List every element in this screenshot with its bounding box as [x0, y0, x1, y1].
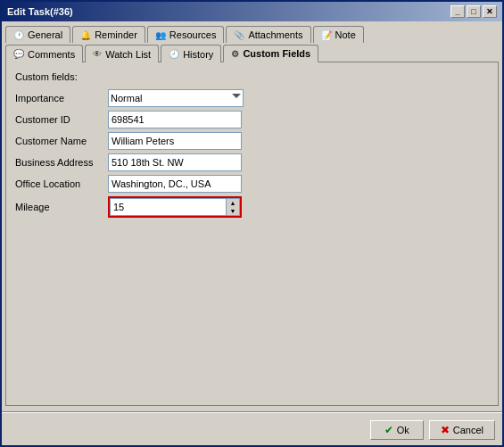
ok-label: Ok	[397, 425, 409, 435]
history-icon: 🕘	[169, 49, 179, 59]
content-area: Custom fields: Importance Normal High Lo…	[5, 62, 499, 406]
window-title: Edit Task(#36)	[7, 6, 73, 17]
maximize-button[interactable]: □	[467, 5, 481, 18]
tab-reminder-label: Reminder	[95, 29, 137, 40]
watchlist-icon: 👁	[93, 49, 102, 59]
customer-name-input[interactable]	[108, 132, 242, 150]
mileage-spinner: ▲ ▼	[226, 198, 240, 216]
cancel-button[interactable]: ✖ Cancel	[429, 420, 495, 440]
importance-label: Importance	[15, 93, 104, 103]
mileage-input[interactable]	[110, 198, 226, 216]
tab-note-label: Note	[335, 29, 356, 40]
main-window: Edit Task(#36) _ □ ✕ 🕐 General 🔔 Reminde…	[0, 0, 504, 447]
tab-resources-label: Resources	[169, 29, 217, 40]
reminder-icon: 🔔	[80, 30, 91, 40]
importance-row: Importance Normal High Low	[15, 89, 489, 107]
tab-customfields[interactable]: ⚙ Custom Fields	[223, 45, 318, 62]
importance-select[interactable]: Normal High Low	[108, 89, 244, 107]
tab-watchlist[interactable]: 👁 Watch List	[85, 45, 159, 62]
ok-button[interactable]: ✔ Ok	[370, 420, 424, 440]
tab-attachments[interactable]: 📎 Attachments	[226, 26, 310, 43]
separator	[2, 411, 502, 413]
title-bar-controls: _ □ ✕	[450, 5, 497, 18]
general-icon: 🕐	[13, 30, 24, 40]
resources-icon: 👥	[155, 30, 166, 40]
title-bar-text: Edit Task(#36)	[7, 6, 73, 17]
section-label: Custom fields:	[15, 71, 489, 82]
mileage-row: Mileage ▲ ▼	[15, 196, 489, 218]
business-address-input[interactable]	[108, 153, 242, 171]
customfields-icon: ⚙	[231, 49, 239, 59]
tab-watchlist-label: Watch List	[105, 49, 151, 60]
mileage-label: Mileage	[15, 202, 104, 212]
tab-history-label: History	[183, 49, 213, 60]
tab-reminder[interactable]: 🔔 Reminder	[72, 26, 145, 43]
office-location-label: Office Location	[15, 178, 104, 189]
tab-comments[interactable]: 💬 Comments	[5, 45, 83, 62]
mileage-up-button[interactable]: ▲	[227, 199, 239, 207]
minimize-button[interactable]: _	[450, 5, 465, 18]
tab-attachments-label: Attachments	[248, 29, 302, 40]
tab-comments-label: Comments	[28, 49, 75, 60]
comments-icon: 💬	[13, 49, 24, 59]
tab-customfields-label: Custom Fields	[243, 48, 310, 59]
mileage-down-button[interactable]: ▼	[227, 207, 239, 215]
x-icon: ✖	[441, 424, 450, 436]
close-button[interactable]: ✕	[483, 5, 497, 18]
mileage-wrapper: ▲ ▼	[108, 196, 242, 218]
customer-id-input[interactable]	[108, 111, 242, 128]
attachments-icon: 📎	[234, 30, 244, 40]
check-icon: ✔	[384, 424, 393, 436]
business-address-label: Business Address	[15, 157, 104, 168]
customer-id-row: Customer ID	[15, 111, 489, 128]
tab-general-label: General	[28, 29, 62, 40]
office-location-input[interactable]	[108, 175, 242, 193]
title-bar: Edit Task(#36) _ □ ✕	[2, 2, 502, 21]
customer-name-row: Customer Name	[15, 132, 489, 150]
note-icon: 📝	[321, 30, 332, 40]
bottom-bar: ✔ Ok ✖ Cancel	[2, 415, 502, 445]
customer-id-label: Customer ID	[15, 114, 104, 125]
office-location-row: Office Location	[15, 175, 489, 193]
tab-general[interactable]: 🕐 General	[5, 26, 70, 43]
tabs-row2: 💬 Comments 👁 Watch List 🕘 History ⚙ Cust…	[2, 42, 502, 62]
form-container: Importance Normal High Low Customer ID C…	[15, 89, 489, 218]
tab-resources[interactable]: 👥 Resources	[147, 26, 225, 43]
cancel-label: Cancel	[453, 425, 483, 435]
tab-history[interactable]: 🕘 History	[161, 45, 221, 62]
tab-note[interactable]: 📝 Note	[313, 26, 364, 43]
business-address-row: Business Address	[15, 153, 489, 171]
tabs-row1: 🕐 General 🔔 Reminder 👥 Resources 📎 Attac…	[2, 21, 502, 42]
customer-name-label: Customer Name	[15, 136, 104, 146]
